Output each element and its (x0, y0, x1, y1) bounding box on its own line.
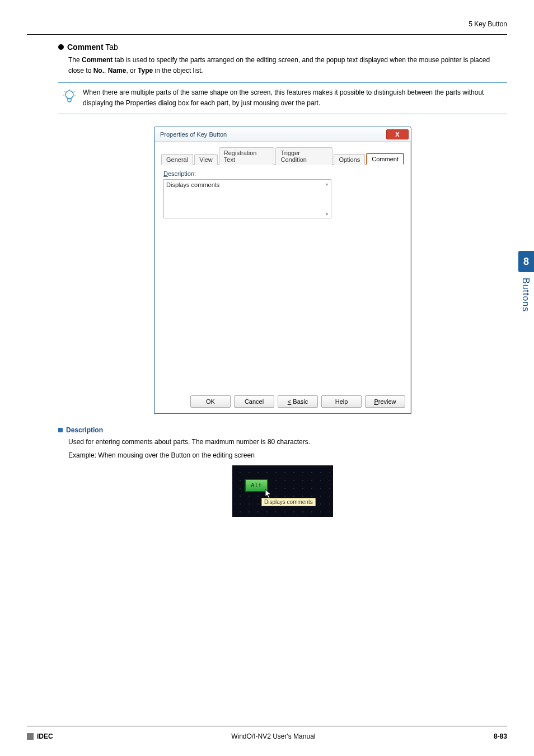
svg-line-3 (73, 91, 74, 92)
tab-comment[interactable]: Comment (366, 153, 404, 165)
dialog-title: Properties of Key Button (160, 131, 227, 138)
description-line2: Example: When mousing over the Button on… (68, 450, 507, 461)
tab-view[interactable]: View (194, 154, 218, 165)
svg-line-2 (64, 91, 65, 92)
t: The (68, 56, 82, 64)
square-bullet-icon (58, 428, 63, 432)
side-chapter-number: 8 (518, 251, 534, 272)
section-heading-text: Comment Tab (67, 43, 118, 52)
lightbulb-icon (62, 87, 77, 108)
t: Name (108, 67, 127, 74)
footer-brand-text: IDEC (37, 732, 53, 740)
alt-label: Alt (251, 482, 262, 489)
t: in the object list. (153, 67, 203, 74)
bullet-icon (58, 44, 64, 50)
properties-dialog: Properties of Key Button X General View … (154, 127, 411, 414)
help-button[interactable]: Help (321, 395, 362, 408)
heading-rest: Tab (104, 43, 118, 52)
preview-button[interactable]: Preview (365, 395, 405, 408)
dialog-tabs: General View Registration Text Trigger C… (161, 147, 404, 165)
intro-paragraph: The Comment tab is used to specify the p… (68, 55, 507, 76)
t: , (104, 67, 108, 74)
idec-logo-icon (27, 733, 34, 740)
t: , or (126, 67, 138, 74)
side-chapter-label: Buttons (521, 278, 531, 312)
tab-registration-text[interactable]: Registration Text (219, 147, 275, 165)
footer-page-num: 8-83 (494, 732, 507, 740)
section-heading: Comment Tab (58, 43, 507, 52)
ok-button[interactable]: OK (190, 395, 231, 408)
example-screenshot: Alt Displays comments (232, 465, 333, 517)
close-button[interactable]: X (386, 129, 409, 139)
dialog-button-row: OK Cancel < Basic Help Preview (154, 391, 411, 413)
description-heading: Description (58, 426, 507, 434)
cancel-button[interactable]: Cancel (234, 395, 274, 408)
footer-center: WindO/I-NV2 User's Manual (231, 732, 315, 740)
footer-brand: IDEC (27, 732, 53, 740)
svg-point-0 (65, 91, 73, 99)
t: Type (138, 67, 153, 74)
scroll-up-icon[interactable]: ▴ (324, 181, 330, 186)
example-tooltip: Displays comments (261, 498, 316, 506)
description-label: Description: (163, 170, 402, 177)
footer-page: 8-83 (494, 732, 507, 740)
scroll-down-icon[interactable]: ▾ (324, 211, 330, 217)
page-footer: IDEC WindO/I-NV2 User's Manual 8-83 (27, 726, 507, 743)
basic-button[interactable]: < Basic (278, 395, 318, 408)
description-heading-text: Description (66, 426, 103, 434)
tab-trigger-condition[interactable]: Trigger Condition (275, 147, 332, 165)
tip-text: When there are multiple parts of the sam… (83, 87, 502, 108)
textarea-scrollbar[interactable]: ▴ ▾ (324, 181, 330, 217)
heading-bold: Comment (67, 43, 104, 52)
tip-callout: When there are multiple parts of the sam… (58, 82, 507, 114)
tab-general[interactable]: General (161, 154, 193, 165)
page-header: 5 Key Button (27, 19, 507, 35)
t: No. (93, 67, 104, 74)
description-label-rest: escription: (168, 170, 196, 177)
description-textarea[interactable]: Displays comments ▴ ▾ (163, 179, 331, 218)
description-value: Displays comments (166, 181, 323, 188)
tab-options[interactable]: Options (334, 154, 365, 165)
description-line1: Used for entering comments about parts. … (68, 437, 507, 447)
dialog-titlebar[interactable]: Properties of Key Button X (154, 127, 411, 142)
t: Comment (82, 56, 113, 64)
header-section: 5 Key Button (469, 20, 507, 28)
side-chapter-tab: 8 Buttons (514, 251, 534, 312)
